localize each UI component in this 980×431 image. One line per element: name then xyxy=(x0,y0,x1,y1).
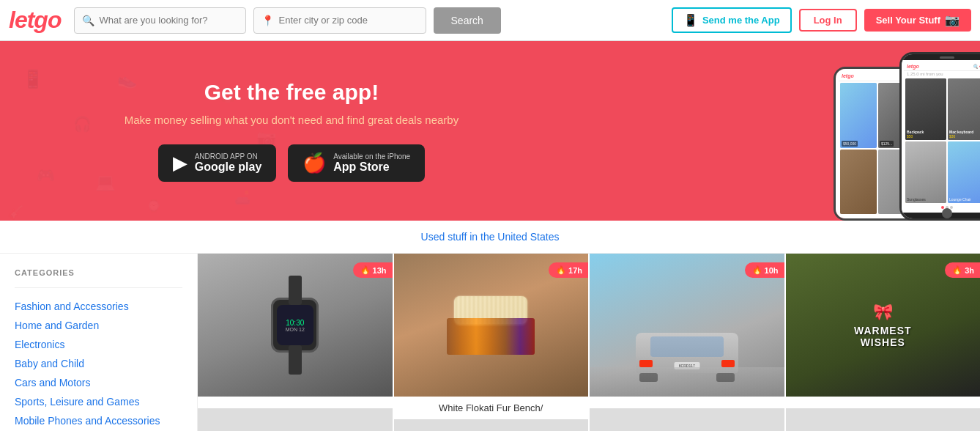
product-badge-4: 🔥 3h xyxy=(945,262,980,278)
hero-phones: letgo 🔍 $50,000 $125... xyxy=(834,41,980,221)
product-badge-2: 🔥 17h xyxy=(549,262,588,278)
product-badge-3: 🔥 10h xyxy=(745,262,784,278)
google-play-icon: ▶ xyxy=(173,152,188,174)
sidebar-item-fashion[interactable]: Fashion and Accessories xyxy=(15,297,182,316)
send-app-button[interactable]: 📱 Send me the App xyxy=(672,7,792,33)
search-button[interactable]: Search xyxy=(434,7,501,34)
product-grid: 10:30 MON 12 🔥 🔥 13h 13h xyxy=(198,254,980,431)
flame-icon-1: 🔥 xyxy=(360,265,371,275)
sidebar-title: CATEGORIES xyxy=(15,268,182,277)
product-caption-3 xyxy=(590,397,784,408)
sidebar-item-electronics[interactable]: Electronics xyxy=(15,335,182,354)
google-play-label: Google play xyxy=(195,161,262,173)
subheader: Used stuff in the United States xyxy=(0,221,980,254)
location-bar: 📍 xyxy=(253,7,426,34)
sidebar-item-sports[interactable]: Sports, Leisure and Games xyxy=(15,392,182,411)
search-icon: 🔍 xyxy=(82,15,94,26)
google-play-button[interactable]: ▶ ANDROID APP ON Google play xyxy=(158,144,277,182)
brand-logo[interactable]: letgo xyxy=(9,7,61,34)
store-buttons: ▶ ANDROID APP ON Google play 🍎 Available… xyxy=(158,144,425,182)
sell-label: Sell Your Stuff xyxy=(876,15,940,26)
phone-icon: 📱 xyxy=(683,13,698,27)
location-input[interactable] xyxy=(278,15,417,26)
login-button[interactable]: Log In xyxy=(799,9,857,32)
product-caption-4 xyxy=(786,397,981,408)
svg-text:🎸: 🎸 xyxy=(7,205,24,221)
navbar: letgo 🔍 📍 Search 📱 Send me the App Log I… xyxy=(0,0,980,41)
app-store-button[interactable]: 🍎 Available on the iPhone App Store xyxy=(288,144,425,182)
hero-content: Get the free app! Make money selling wha… xyxy=(0,80,539,183)
sell-button[interactable]: Sell Your Stuff 📷 xyxy=(864,9,971,32)
hero-subtitle: Make money selling what you don't need a… xyxy=(125,112,459,129)
flame-icon-3: 🔥 xyxy=(752,265,762,275)
send-app-label: Send me the App xyxy=(702,15,780,26)
appstore-prefix: Available on the iPhone xyxy=(333,152,410,161)
search-input[interactable] xyxy=(99,15,238,26)
camera-icon: 📷 xyxy=(945,13,959,27)
flame-icon-4: 🔥 xyxy=(952,265,962,275)
hero-banner: 📱 🎧 👟 🚗 🎮 💻 🏠 👜 📷 🎸 ⌚ 🛋️ Get the free ap… xyxy=(0,41,980,221)
phone-front: letgo 🔍 ♥ ⋯ 1.25.0 mi from you Backpack … xyxy=(899,52,980,221)
hero-title: Get the free app! xyxy=(204,80,379,105)
product-card-2[interactable]: 🔥 17h White Flokati Fur Bench/ xyxy=(393,254,589,431)
product-card-4[interactable]: 🎀 WARMEST WISHES 🔥 3h xyxy=(784,254,981,431)
sidebar: CATEGORIES Fashion and Accessories Home … xyxy=(0,254,198,431)
sidebar-item-home[interactable]: Home and Garden xyxy=(15,316,182,335)
svg-text:🛋️: 🛋️ xyxy=(234,190,251,206)
sidebar-item-baby[interactable]: Baby and Child xyxy=(15,354,182,373)
product-caption-2: White Flokati Fur Bench/ xyxy=(394,397,589,419)
search-bar: 🔍 xyxy=(74,7,246,34)
sidebar-item-cars[interactable]: Cars and Motors xyxy=(15,373,182,392)
product-card-1[interactable]: 10:30 MON 12 🔥 🔥 13h 13h xyxy=(198,254,393,431)
product-caption-1 xyxy=(198,397,393,408)
main-content: CATEGORIES Fashion and Accessories Home … xyxy=(0,254,980,431)
sidebar-item-mobile[interactable]: Mobile Phones and Accessories xyxy=(15,411,182,430)
subheader-text: Used stuff in the United States xyxy=(421,231,560,243)
product-card-3[interactable]: 6CRD117 🔥 10h xyxy=(588,254,784,431)
svg-text:⌚: ⌚ xyxy=(146,199,161,213)
google-play-prefix: ANDROID APP ON xyxy=(195,152,262,161)
product-badge-1: 🔥 🔥 13h 13h xyxy=(353,262,393,278)
appstore-label: App Store xyxy=(333,161,389,173)
flame-icon-2: 🔥 xyxy=(556,265,566,275)
location-icon: 📍 xyxy=(261,15,274,26)
apple-icon: 🍎 xyxy=(302,152,326,174)
